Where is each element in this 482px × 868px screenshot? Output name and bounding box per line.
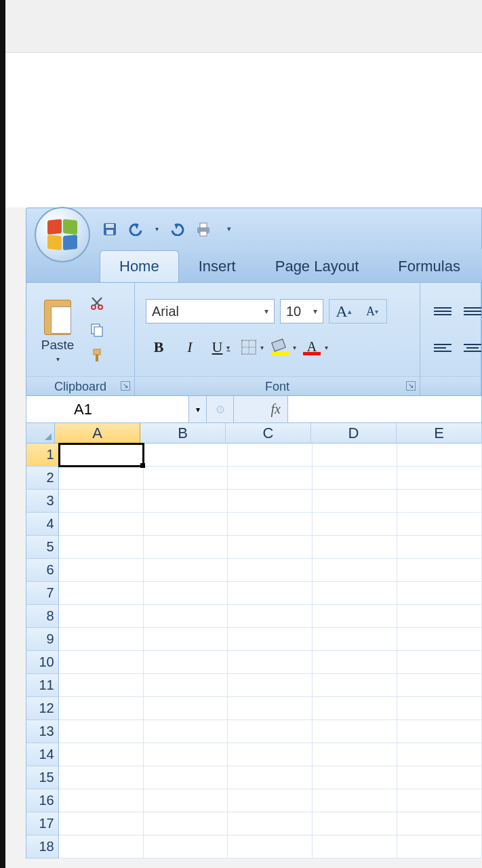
row-header-8[interactable]: 8	[26, 605, 59, 628]
cell-C10[interactable]	[228, 651, 313, 674]
cell-D9[interactable]	[313, 628, 397, 651]
cell-B3[interactable]	[144, 490, 228, 513]
cell-C9[interactable]	[228, 628, 313, 651]
cell-B15[interactable]	[144, 766, 228, 789]
cell-E11[interactable]	[397, 674, 482, 697]
cell-D4[interactable]	[313, 513, 397, 536]
row-header-9[interactable]: 9	[26, 628, 59, 651]
name-box-dropdown[interactable]: ▾	[189, 396, 207, 422]
cell-B17[interactable]	[144, 812, 228, 835]
cell-A17[interactable]	[59, 812, 144, 835]
row-header-12[interactable]: 12	[26, 697, 59, 720]
cell-A7[interactable]	[59, 582, 144, 605]
redo-button[interactable]	[169, 220, 186, 238]
cell-A11[interactable]	[59, 674, 144, 697]
cell-E9[interactable]	[397, 628, 482, 651]
middle-align-button[interactable]	[460, 298, 482, 324]
cell-A8[interactable]	[59, 605, 144, 628]
font-size-combo[interactable]: 10 ▾	[280, 299, 323, 323]
insert-function-button[interactable]: fx	[234, 396, 288, 422]
cell-E10[interactable]	[397, 651, 482, 674]
cell-B13[interactable]	[144, 720, 228, 743]
borders-button[interactable]	[239, 334, 265, 360]
cell-B2[interactable]	[144, 467, 228, 490]
format-painter-button[interactable]	[87, 346, 106, 365]
cell-E2[interactable]	[397, 467, 482, 490]
align-center-button[interactable]	[460, 335, 482, 361]
font-name-combo[interactable]: Arial ▾	[146, 299, 275, 323]
cell-E17[interactable]	[397, 812, 482, 835]
cell-C2[interactable]	[228, 467, 313, 490]
row-header-2[interactable]: 2	[26, 467, 59, 490]
cell-A12[interactable]	[59, 697, 144, 720]
row-header-1[interactable]: 1	[26, 443, 59, 467]
cell-A16[interactable]	[59, 789, 144, 812]
row-header-7[interactable]: 7	[26, 582, 59, 605]
cell-A15[interactable]	[59, 766, 144, 789]
office-button[interactable]	[35, 207, 90, 262]
cell-C6[interactable]	[228, 559, 313, 582]
cell-A2[interactable]	[59, 467, 144, 490]
column-header-A[interactable]: A	[55, 423, 140, 443]
cell-C14[interactable]	[228, 743, 313, 766]
cell-C15[interactable]	[228, 766, 313, 789]
row-header-3[interactable]: 3	[26, 490, 59, 513]
cell-E5[interactable]	[397, 536, 482, 559]
row-header-11[interactable]: 11	[26, 674, 59, 697]
top-align-button[interactable]	[430, 298, 456, 324]
cell-C4[interactable]	[228, 513, 313, 536]
cell-D3[interactable]	[313, 490, 397, 513]
cell-C13[interactable]	[228, 720, 313, 743]
cell-D17[interactable]	[313, 812, 397, 835]
tab-page-layout[interactable]: Page Layout	[256, 250, 379, 282]
expand-formula-bar-button[interactable]	[207, 396, 234, 422]
cell-E6[interactable]	[397, 559, 482, 582]
grow-font-button[interactable]: A▴	[329, 300, 358, 323]
cell-E15[interactable]	[397, 766, 482, 789]
cell-E3[interactable]	[397, 490, 482, 513]
cell-E8[interactable]	[397, 605, 482, 628]
cell-D7[interactable]	[313, 582, 397, 605]
cell-E14[interactable]	[397, 743, 482, 766]
cell-A4[interactable]	[59, 513, 144, 536]
cell-B1[interactable]	[144, 443, 228, 467]
cell-C7[interactable]	[228, 582, 313, 605]
row-header-17[interactable]: 17	[26, 812, 59, 835]
cell-E1[interactable]	[397, 443, 482, 467]
cell-B10[interactable]	[144, 651, 228, 674]
cell-C18[interactable]	[228, 835, 313, 859]
cell-B16[interactable]	[144, 789, 228, 812]
cell-B18[interactable]	[144, 835, 228, 859]
formula-bar-input[interactable]	[288, 396, 481, 422]
undo-dropdown[interactable]: ▾	[153, 220, 161, 238]
cell-D11[interactable]	[313, 674, 397, 697]
column-header-E[interactable]: E	[397, 423, 482, 443]
column-header-B[interactable]: B	[140, 423, 226, 443]
tab-formulas[interactable]: Formulas	[378, 250, 480, 282]
cell-B14[interactable]	[144, 743, 228, 766]
cell-C8[interactable]	[228, 605, 313, 628]
cell-D10[interactable]	[313, 651, 397, 674]
cell-B9[interactable]	[144, 628, 228, 651]
save-button[interactable]	[101, 220, 119, 238]
cell-D16[interactable]	[313, 789, 397, 812]
clipboard-dialog-launcher[interactable]: ↘	[121, 381, 130, 391]
cell-C1[interactable]	[228, 443, 313, 467]
shrink-font-button[interactable]: A▾	[358, 300, 386, 323]
cell-D8[interactable]	[313, 605, 397, 628]
cell-D18[interactable]	[313, 835, 397, 859]
underline-button[interactable]: U	[208, 334, 234, 360]
cell-D13[interactable]	[313, 720, 397, 743]
italic-button[interactable]: I	[177, 334, 203, 360]
font-dialog-launcher[interactable]: ↘	[406, 381, 416, 391]
cell-B8[interactable]	[144, 605, 228, 628]
undo-button[interactable]	[127, 220, 144, 238]
cell-A14[interactable]	[59, 743, 144, 766]
row-header-16[interactable]: 16	[26, 789, 59, 812]
bold-button[interactable]: B	[146, 334, 172, 360]
cell-D15[interactable]	[313, 766, 397, 789]
cell-E12[interactable]	[397, 697, 482, 720]
cell-B6[interactable]	[144, 559, 228, 582]
row-header-6[interactable]: 6	[26, 559, 59, 582]
quick-print-button[interactable]	[195, 220, 212, 238]
